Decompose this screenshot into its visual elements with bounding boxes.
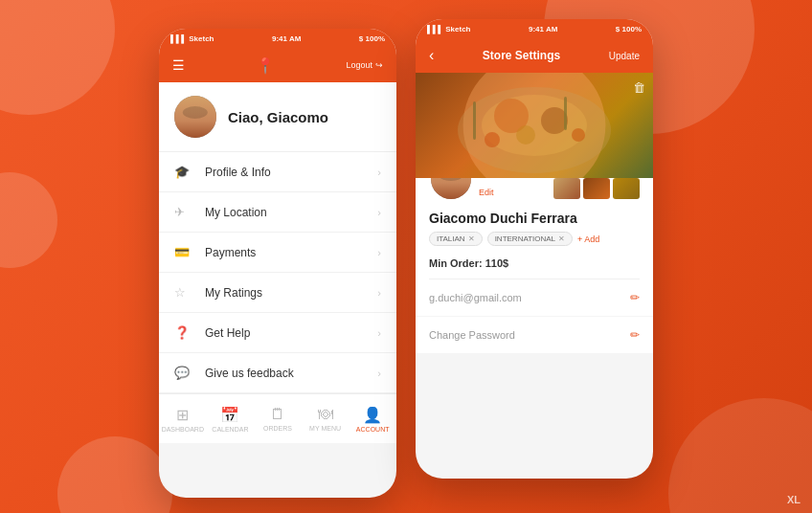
tag-international[interactable]: INTERNATIONAL ✕ xyxy=(487,232,573,246)
account-icon: 👤 xyxy=(363,406,382,424)
password-edit-icon[interactable]: ✏ xyxy=(630,328,640,342)
add-tag-label: + Add xyxy=(577,234,599,244)
tab-calendar[interactable]: 📅 CALENDAR xyxy=(207,394,255,443)
food-image: 🗑 xyxy=(416,73,653,178)
tag-international-remove[interactable]: ✕ xyxy=(558,234,565,243)
food-svg xyxy=(416,73,653,178)
status-bar-2: ▌▌▌ Sketch 9:41 AM $ 100% xyxy=(416,19,653,38)
battery-2: $ 100% xyxy=(616,25,642,33)
store-thumbnails xyxy=(553,178,640,199)
account-label: ACCOUNT xyxy=(356,426,390,433)
profile-header: Ciao, Giacomo xyxy=(159,82,396,152)
svg-point-4 xyxy=(516,125,535,145)
profile-label: Profile & Info xyxy=(205,166,377,179)
tab-orders[interactable]: 🗒 ORDERS xyxy=(254,394,302,443)
thumb-3[interactable] xyxy=(613,178,640,199)
time-2: 9:41 AM xyxy=(529,25,557,33)
phones-wrapper: ▌▌▌ Sketch 9:41 AM $ 100% ☰ 📍 Logout ↪ C… xyxy=(159,19,653,498)
location-icon: ✈ xyxy=(174,205,195,219)
chevron-icon: › xyxy=(377,167,381,178)
tab-account[interactable]: 👤 ACCOUNT xyxy=(349,394,396,443)
thumb-2[interactable] xyxy=(583,178,610,199)
store-profile-row: Edit xyxy=(416,178,653,201)
logout-button[interactable]: Logout ↪ xyxy=(346,60,383,70)
add-tag-button[interactable]: + Add xyxy=(577,234,599,244)
tag-italian-label: ITALIAN xyxy=(437,234,465,243)
chevron-icon-5: › xyxy=(377,327,381,339)
chevron-icon-6: › xyxy=(377,368,381,379)
calendar-label: CALENDAR xyxy=(212,426,248,433)
tags-row: ITALIAN ✕ INTERNATIONAL ✕ + Add xyxy=(416,232,653,254)
chevron-icon-4: › xyxy=(377,287,381,299)
edit-label[interactable]: Edit xyxy=(479,188,494,197)
orders-label: ORDERS xyxy=(263,425,292,432)
status-bar-1: ▌▌▌ Sketch 9:41 AM $ 100% xyxy=(159,29,396,48)
hamburger-icon[interactable]: ☰ xyxy=(172,57,185,73)
menu-item-payments[interactable]: 💳 Payments › xyxy=(159,233,396,273)
nav-bar-1: ☰ 📍 Logout ↪ xyxy=(159,48,396,82)
svg-rect-5 xyxy=(473,101,476,140)
min-order-row: Min Order: 110$ xyxy=(416,254,653,279)
logout-label: Logout xyxy=(346,60,372,70)
chevron-icon-3: › xyxy=(377,247,381,258)
avatar xyxy=(174,96,216,138)
store-settings-title: Store Settings xyxy=(483,49,560,62)
signal-1: ▌▌▌ Sketch xyxy=(170,34,214,43)
min-order-value: 110$ xyxy=(485,257,508,269)
profile-icon: 🎓 xyxy=(174,165,195,179)
payments-label: Payments xyxy=(205,246,377,259)
store-content: Edit Giacomo Duchi Ferrara ITALIAN ✕ INT… xyxy=(416,178,653,354)
email-edit-icon[interactable]: ✏ xyxy=(630,291,640,304)
tag-international-label: INTERNATIONAL xyxy=(495,234,555,243)
menu-item-feedback[interactable]: 💬 Give us feedback › xyxy=(159,353,396,393)
svg-rect-6 xyxy=(564,97,567,130)
orders-icon: 🗒 xyxy=(270,406,285,423)
update-button[interactable]: Update xyxy=(609,51,640,61)
mymenu-label: MY MENU xyxy=(309,425,341,432)
help-icon: ❓ xyxy=(174,325,195,340)
tab-bar: ⊞ DASHBOARD 📅 CALENDAR 🗒 ORDERS 🍽 MY MEN… xyxy=(159,393,396,443)
phone-store-settings: ▌▌▌ Sketch 9:41 AM $ 100% ‹ Store Settin… xyxy=(416,19,653,479)
change-password-value: Change Password xyxy=(429,329,630,341)
svg-point-8 xyxy=(572,128,585,142)
store-avatar xyxy=(429,178,473,201)
svg-point-7 xyxy=(485,132,500,147)
tag-italian[interactable]: ITALIAN ✕ xyxy=(429,232,483,246)
battery-1: $ 100% xyxy=(359,34,385,43)
deco-circle-tl xyxy=(0,0,115,115)
menu-item-location[interactable]: ✈ My Location › xyxy=(159,192,396,233)
store-nav-bar: ‹ Store Settings Update xyxy=(416,38,653,73)
feedback-label: Give us feedback xyxy=(205,367,377,380)
time-1: 9:41 AM xyxy=(272,34,301,43)
chevron-icon-2: › xyxy=(377,207,381,218)
menu-list: 🎓 Profile & Info › ✈ My Location › 💳 Pay… xyxy=(159,152,396,393)
deco-circle-ml xyxy=(0,172,57,268)
email-value: g.duchi@gmail.com xyxy=(429,292,630,303)
feedback-icon: 💬 xyxy=(174,366,195,380)
menu-item-profile[interactable]: 🎓 Profile & Info › xyxy=(159,152,396,192)
help-label: Get Help xyxy=(205,326,377,340)
tab-dashboard[interactable]: ⊞ DASHBOARD xyxy=(159,394,207,443)
delete-photo-icon[interactable]: 🗑 xyxy=(633,80,645,95)
back-button[interactable]: ‹ xyxy=(429,47,434,64)
payments-icon: 💳 xyxy=(174,245,195,259)
location-pin-icon: 📍 xyxy=(256,56,275,75)
tag-italian-remove[interactable]: ✕ xyxy=(468,234,475,243)
xl-label: XL xyxy=(787,494,801,505)
change-password-row: Change Password ✏ xyxy=(416,317,653,354)
greeting-text: Ciao, Giacomo xyxy=(228,109,328,125)
logout-icon: ↪ xyxy=(375,60,383,70)
deco-circle-bl xyxy=(57,436,172,513)
thumb-1[interactable] xyxy=(553,178,580,199)
menu-item-ratings[interactable]: ☆ My Ratings › xyxy=(159,273,396,313)
ratings-icon: ☆ xyxy=(174,285,195,300)
signal-2: ▌▌▌ Sketch xyxy=(427,25,470,33)
min-order-label: Min Order: xyxy=(429,257,483,269)
dashboard-label: DASHBOARD xyxy=(162,426,204,433)
dashboard-icon: ⊞ xyxy=(176,406,189,424)
ratings-label: My Ratings xyxy=(205,286,377,300)
menu-item-help[interactable]: ❓ Get Help › xyxy=(159,313,396,353)
location-label: My Location xyxy=(205,206,377,219)
tab-mymenu[interactable]: 🍽 MY MENU xyxy=(302,394,350,443)
mymenu-icon: 🍽 xyxy=(318,406,333,423)
